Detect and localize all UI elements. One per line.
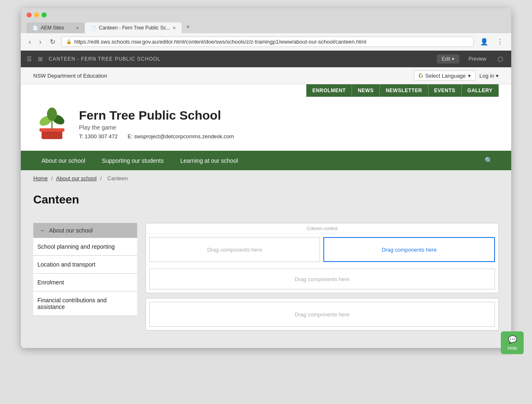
forward-button[interactable]: ›	[37, 37, 43, 47]
tab-close-canteen[interactable]: ✕	[172, 26, 176, 30]
tab-canteen[interactable]: 📄 Canteen - Fern Tree Public Sc... ✕	[85, 22, 182, 33]
breadcrumb-sep-1: /	[51, 175, 53, 181]
preview-label: Preview	[468, 56, 486, 62]
lock-icon: 🔒	[66, 39, 72, 44]
tab-label-aem: AEM Sites	[41, 25, 64, 31]
column-control-box: Column control Drag components here Drag…	[145, 223, 499, 293]
nav-enrolment[interactable]: ENROLMENT	[306, 84, 352, 97]
school-name: Fern Tree Public School	[79, 108, 242, 122]
nav-news[interactable]: NEWS	[352, 84, 380, 97]
content-area: Column control Drag components here Drag…	[145, 223, 499, 335]
profile-button[interactable]: 👤	[478, 37, 490, 47]
help-button[interactable]: 💬 Help	[501, 331, 524, 354]
school-info: Fern Tree Public School Play the game T:…	[79, 108, 242, 140]
page-title: Canteen	[33, 193, 499, 206]
sidebar-back-link[interactable]: ← About our school	[33, 223, 137, 238]
sidebar-toggle-icon[interactable]: ☰	[27, 56, 32, 62]
back-button[interactable]: ‹	[27, 37, 33, 47]
columns-row: Drag components here Drag components her…	[146, 234, 498, 265]
drag-zone-right[interactable]: Drag components here	[323, 237, 495, 262]
tab-close-aem[interactable]: ✕	[76, 26, 79, 30]
main-nav-supporting[interactable]: Supporting our students	[94, 152, 172, 170]
school-header: Fern Tree Public School Play the game T:…	[21, 97, 511, 151]
translate-label: Select Language	[425, 73, 466, 79]
url-text: https://edit.sws.schools.nsw.gov.au/edit…	[74, 39, 367, 45]
nav-gallery[interactable]: GALLERY	[462, 84, 499, 97]
main-nav-learning[interactable]: Learning at our school	[172, 152, 246, 170]
school-email: E: swsproject@detcorpcomms.zendesk.com	[128, 133, 234, 140]
tune-icon[interactable]: ⊞	[38, 56, 43, 62]
login-label: Log in	[480, 73, 494, 79]
breadcrumb: Home / About our school / Canteen	[33, 175, 499, 181]
back-arrow-icon: ←	[40, 227, 46, 234]
new-tab-button[interactable]: +	[182, 21, 194, 33]
url-field[interactable]: 🔒 https://edit.sws.schools.nsw.gov.au/ed…	[62, 37, 474, 47]
sidebar-item-school-planning[interactable]: School planning and reporting	[33, 238, 137, 256]
login-button[interactable]: Log in ▾	[480, 73, 499, 79]
help-label: Help	[507, 345, 517, 350]
column-control-label: Column control	[146, 223, 498, 234]
second-drop-area: Drag components here	[145, 298, 499, 331]
tab-label-canteen: Canteen - Fern Tree Public Sc...	[99, 25, 170, 31]
drag-zone-bottom-col[interactable]: Drag components here	[149, 269, 495, 289]
cms-share-button[interactable]: ⬡	[495, 54, 505, 64]
school-tagline: Play the game	[79, 124, 242, 131]
sidebar-item-location[interactable]: Location and transport	[33, 256, 137, 274]
breadcrumb-home[interactable]: Home	[33, 175, 48, 181]
more-button[interactable]: ⋮	[495, 37, 505, 47]
drag-zone-left[interactable]: Drag components here	[149, 237, 320, 262]
breadcrumb-section[interactable]: About our school	[56, 175, 97, 181]
school-logo	[33, 105, 71, 142]
cms-toolbar: ☰ ⊞ CANTEEN - FERN TREE PUBLIC SCHOOL Ed…	[21, 51, 511, 67]
main-nav: About our school Supporting our students…	[21, 151, 511, 170]
main-layout: ← About our school School planning and r…	[21, 215, 511, 348]
preview-button[interactable]: Preview	[463, 54, 491, 64]
translate-chevron-icon: ▾	[468, 73, 471, 79]
help-chat-icon: 💬	[508, 335, 517, 344]
doe-org-name: NSW Department of Education	[33, 73, 107, 79]
sidebar-item-enrolment[interactable]: Enrolment	[33, 274, 137, 291]
svg-point-5	[47, 108, 57, 121]
cms-toolbar-title: CANTEEN - FERN TREE PUBLIC SCHOOL	[49, 56, 160, 62]
sidebar-item-financial[interactable]: Financial contributions and assistance	[33, 291, 137, 316]
nav-events[interactable]: EVENTS	[429, 84, 462, 97]
nav-newsletter[interactable]: NEWSLETTER	[380, 84, 429, 97]
sidebar: ← About our school School planning and r…	[33, 223, 137, 335]
close-button[interactable]	[27, 12, 32, 17]
maximize-button[interactable]	[42, 12, 47, 17]
school-phone: T: 1300 307 472	[79, 133, 118, 140]
breadcrumb-current: Canteen	[107, 175, 128, 181]
drag-zone-second[interactable]: Drag components here	[149, 302, 495, 327]
login-chevron-icon: ▾	[496, 73, 499, 79]
edit-chevron-icon: ▾	[452, 56, 454, 62]
language-selector[interactable]: G Select Language ▾	[414, 71, 475, 81]
school-contact: T: 1300 307 472 E: swsproject@detcorpcom…	[79, 133, 242, 140]
address-bar: ‹ › ↻ 🔒 https://edit.sws.schools.nsw.gov…	[21, 33, 511, 51]
minimize-button[interactable]	[34, 12, 39, 17]
edit-label: Edit	[442, 56, 451, 62]
tab-icon-aem: 📄	[32, 25, 38, 31]
refresh-button[interactable]: ↻	[48, 37, 57, 47]
page-title-area: Canteen	[21, 186, 511, 215]
edit-button[interactable]: Edit ▾	[437, 54, 460, 64]
breadcrumb-bar: Home / About our school / Canteen	[21, 170, 511, 186]
top-nav: ENROLMENT NEWS NEWSLETTER EVENTS GALLERY	[21, 84, 511, 97]
search-icon[interactable]: 🔍	[479, 151, 499, 170]
doe-topbar: NSW Department of Education G Select Lan…	[21, 67, 511, 84]
google-logo-icon: G	[419, 72, 423, 79]
main-nav-about[interactable]: About our school	[33, 152, 94, 170]
sidebar-back-label: About our school	[49, 227, 93, 234]
tab-aem-sites[interactable]: 📄 AEM Sites ✕	[27, 22, 85, 33]
breadcrumb-sep-2: /	[100, 175, 102, 181]
tab-icon-canteen: 📄	[91, 25, 96, 31]
